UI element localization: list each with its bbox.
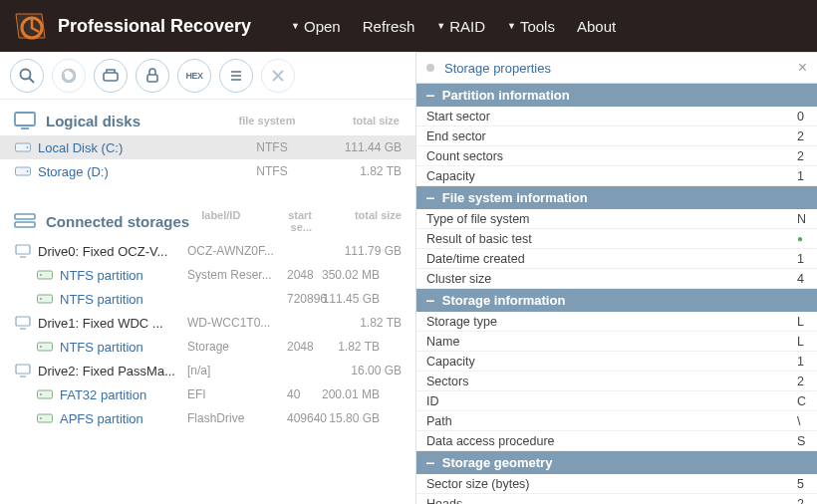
property-group-header[interactable]: –Partition information — [416, 84, 817, 107]
property-value: L — [797, 315, 807, 329]
property-value: 4 — [797, 272, 807, 286]
partition-icon — [36, 341, 54, 353]
disk-name: Storage (D:) — [38, 164, 217, 179]
property-value: 5 — [797, 477, 807, 491]
property-row[interactable]: IDC — [416, 391, 817, 411]
svg-rect-27 — [38, 343, 53, 351]
partition-row[interactable]: APFS partitionFlashDrive40964015.80 GB — [0, 406, 415, 430]
property-value: 2 — [797, 497, 807, 505]
logical-disk-row[interactable]: Storage (D:)NTFS1.82 TB — [0, 159, 415, 183]
property-row[interactable]: Start sector0 — [416, 107, 817, 126]
property-row[interactable]: Heads2 — [416, 494, 817, 504]
drive-icon — [14, 244, 32, 258]
partition-row[interactable]: NTFS partitionSystem Reser...2048350.02 … — [0, 263, 415, 287]
property-row[interactable]: Sectors2 — [416, 372, 817, 391]
disk-name: Local Disk (C:) — [38, 140, 217, 155]
property-row[interactable]: Result of basic test● — [416, 229, 817, 249]
property-row[interactable]: Sector size (bytes)5 — [416, 474, 817, 494]
drive-row[interactable]: Drive1: Fixed WDC ...WD-WCC1T0...1.82 TB — [0, 311, 415, 335]
property-row[interactable]: Storage typeL — [416, 312, 817, 332]
row-name: Drive2: Fixed PassMa... — [38, 364, 187, 378]
property-row[interactable]: Data access procedureS — [416, 431, 817, 451]
property-row[interactable]: Path\ — [416, 411, 817, 431]
property-row[interactable]: Type of file systemN — [416, 209, 817, 229]
property-row[interactable]: Count sectors2 — [416, 146, 817, 166]
disk-fs: NTFS — [217, 164, 327, 178]
property-row[interactable]: End sector2 — [416, 126, 817, 146]
partition-row[interactable]: NTFS partitionStorage20481.82 TB — [0, 335, 415, 359]
property-row[interactable]: Capacity1 — [416, 352, 817, 372]
property-row[interactable]: Date/time created1 — [416, 249, 817, 269]
close-panel-button[interactable]: × — [798, 59, 807, 77]
logical-disk-row[interactable]: Local Disk (C:)NTFS111.44 GB — [0, 135, 415, 159]
menu-raid[interactable]: ▼RAID — [436, 18, 485, 35]
row-start-sector: 2048 — [287, 340, 300, 354]
property-row[interactable]: Capacity1 — [416, 166, 817, 186]
row-start-sector: 720896 — [287, 292, 300, 306]
group-title: Partition information — [442, 88, 570, 103]
close-button[interactable] — [261, 59, 295, 93]
row-size: 15.80 GB — [300, 411, 380, 425]
row-name: NTFS partition — [60, 292, 187, 307]
property-value: 1 — [797, 169, 807, 183]
scan-button[interactable] — [10, 59, 44, 93]
svg-point-32 — [40, 393, 42, 395]
property-group-header[interactable]: –Storage information — [416, 289, 817, 312]
caret-down-icon: ▼ — [436, 21, 445, 31]
svg-point-28 — [40, 346, 42, 348]
svg-rect-25 — [16, 317, 30, 326]
drive-icon — [14, 165, 32, 177]
partition-row[interactable]: NTFS partition720896111.45 GB — [0, 287, 415, 311]
svg-rect-31 — [38, 390, 53, 398]
collapse-icon: – — [426, 88, 434, 103]
property-key: ID — [426, 394, 797, 408]
decrypt-button[interactable] — [136, 59, 169, 93]
connected-storages-list: Drive0: Fixed OCZ-V...OCZ-AWNZ0F...111.7… — [0, 239, 415, 430]
svg-point-14 — [27, 146, 29, 148]
property-key: Capacity — [426, 169, 797, 183]
hex-view-button[interactable]: HEX — [177, 59, 211, 93]
partition-icon — [36, 293, 54, 305]
disk-size: 1.82 TB — [327, 164, 402, 178]
property-key: Path — [426, 414, 797, 428]
row-label: Storage — [187, 340, 287, 354]
svg-line-2 — [29, 78, 34, 83]
property-value: 1 — [797, 355, 807, 369]
property-key: Result of basic test — [426, 232, 797, 246]
row-start-sector: 40 — [287, 387, 300, 401]
property-value: L — [797, 335, 807, 349]
drives-icon — [14, 212, 36, 230]
svg-rect-29 — [16, 365, 30, 374]
menu-tools[interactable]: ▼Tools — [507, 18, 555, 35]
property-value: 0 — [797, 110, 807, 124]
partition-row[interactable]: FAT32 partitionEFI40200.01 MB — [0, 382, 415, 406]
property-row[interactable]: NameL — [416, 332, 817, 352]
caret-down-icon: ▼ — [291, 21, 300, 31]
details-button[interactable] — [219, 59, 253, 93]
disk-fs: NTFS — [217, 140, 327, 154]
storage-properties-body: –Partition informationStart sector0End s… — [416, 84, 817, 504]
row-label: WD-WCC1T0... — [187, 316, 287, 330]
open-image-button[interactable] — [94, 59, 128, 93]
drive-row[interactable]: Drive2: Fixed PassMa...[n/a]16.00 GB — [0, 359, 415, 382]
app-title: Professional Recovery — [58, 16, 251, 37]
menu-open[interactable]: ▼Open — [291, 18, 341, 35]
menu-about[interactable]: About — [577, 18, 616, 35]
drive-row[interactable]: Drive0: Fixed OCZ-V...OCZ-AWNZ0F...111.7… — [0, 239, 415, 263]
row-size: 350.02 MB — [300, 268, 380, 282]
property-key: Sectors — [426, 375, 797, 388]
property-value: 1 — [797, 252, 807, 266]
svg-point-24 — [40, 298, 42, 300]
drive-icon — [14, 316, 32, 330]
row-size: 200.01 MB — [300, 387, 380, 401]
row-start-sector: 409640 — [287, 411, 300, 425]
property-key: Sector size (bytes) — [426, 477, 797, 491]
menu-refresh[interactable]: Refresh — [363, 18, 415, 35]
group-title: File system information — [442, 190, 588, 205]
property-group-header[interactable]: –File system information — [416, 186, 817, 209]
col-totalsize: total size — [322, 115, 402, 126]
property-row[interactable]: Cluster size4 — [416, 269, 817, 289]
property-group-header[interactable]: –Storage geometry — [416, 451, 817, 474]
connected-storages-title: Connected storages — [46, 213, 189, 230]
resume-scan-button[interactable] — [52, 59, 86, 93]
